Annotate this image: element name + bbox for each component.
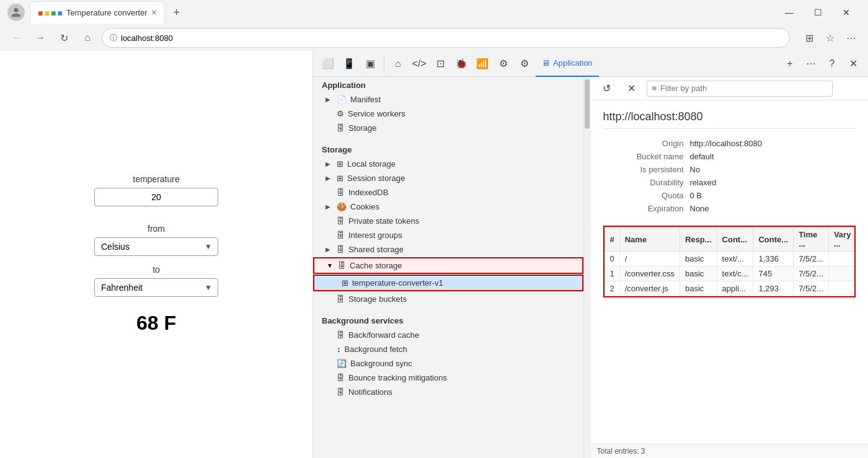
sidebar-item-interest-groups[interactable]: 🗄 Interest groups (313, 228, 583, 242)
sidebar-item-background-fetch[interactable]: ↕ Background fetch (313, 342, 583, 356)
more-panels-button[interactable]: ⋯ (801, 54, 821, 74)
sidebar-item-service-workers[interactable]: ⚙ Service workers (313, 107, 583, 121)
row-name: /converter.js (619, 281, 680, 296)
home-panel-icon[interactable]: ⌂ (388, 54, 408, 74)
sidebar-item-bounce-tracking[interactable]: 🗄 Bounce tracking mitigations (313, 371, 583, 385)
sidebar-scrollbar[interactable] (583, 77, 591, 458)
bucket-name-value: default (690, 152, 856, 161)
col-name[interactable]: Name (619, 227, 680, 252)
filter-input[interactable] (660, 84, 826, 93)
row-name: /converter.css (619, 266, 680, 281)
help-button[interactable]: ? (822, 54, 842, 74)
delete-cache-button[interactable]: ✕ (622, 79, 642, 99)
refresh-cache-button[interactable]: ↺ (597, 79, 617, 99)
from-select[interactable]: Celsius (94, 237, 218, 256)
properties-grid: Origin http://localhost:8080 Bucket name… (603, 139, 856, 213)
table-row[interactable]: 2 /converter.js basic appli... 1,293 7/5… (604, 281, 856, 296)
storage-main-icon: 🗄 (337, 123, 345, 133)
close-devtools-button[interactable]: ✕ (843, 54, 863, 74)
application-section-label: Application (313, 77, 583, 92)
private-state-tokens-icon: 🗄 (337, 216, 345, 226)
origin-label: Origin (603, 139, 684, 148)
sidebar-item-cache-v1[interactable]: ⊞ temperature-converter-v1 (313, 275, 583, 291)
filter-icon: ≡ (652, 84, 657, 93)
home-button[interactable]: ⌂ (78, 29, 97, 47)
row-num: 1 (604, 266, 619, 281)
sidebar-item-back-forward-cache[interactable]: 🗄 Back/forward cache (313, 328, 583, 342)
col-cont[interactable]: Cont... (717, 227, 753, 252)
col-conte[interactable]: Conte... (753, 227, 794, 252)
sidebar-item-cache-storage[interactable]: ▼ 🗄 Cache storage (313, 257, 583, 274)
sidebar-item-storage-buckets[interactable]: 🗄 Storage buckets (313, 292, 583, 306)
background-sync-icon: 🔄 (337, 359, 347, 368)
table-row[interactable]: 1 /converter.css basic text/c... 745 7/5… (604, 266, 856, 281)
main-panel: ↺ ✕ ≡ http://localhost:8080 Origin http:… (591, 77, 869, 458)
row-time: 7/5/2... (794, 281, 829, 296)
row-vary (828, 281, 856, 296)
url-bar[interactable]: ⓘ localhost:8080 (102, 28, 790, 48)
interest-groups-icon: 🗄 (337, 231, 345, 240)
sidebar-item-storage-main[interactable]: 🗄 Storage (313, 121, 583, 135)
row-conte: 1,293 (753, 281, 794, 296)
favorites-button[interactable]: ☆ (821, 29, 839, 47)
network-icon[interactable]: 📶 (472, 54, 492, 74)
maximize-button[interactable]: ☐ (804, 2, 832, 22)
row-num: 0 (604, 252, 619, 266)
sidebar-scroll-thumb[interactable] (585, 79, 590, 129)
forward-button[interactable]: → (31, 29, 50, 47)
cookies-icon: 🍪 (337, 202, 347, 211)
browser-tab[interactable]: ■■■■ Temperature converter ✕ (30, 1, 165, 24)
cache-table-container: # Name Resp... Cont... Conte... Time ...… (603, 226, 856, 297)
col-num[interactable]: # (604, 227, 619, 252)
tab-search-button[interactable]: ⊞ (800, 29, 818, 47)
indexeddb-icon: 🗄 (337, 188, 345, 197)
col-time[interactable]: Time ... (794, 227, 829, 252)
manifest-icon: 📄 (337, 95, 347, 104)
sidebar-item-background-sync[interactable]: 🔄 Background sync (313, 356, 583, 371)
cache-table: # Name Resp... Cont... Conte... Time ...… (604, 227, 856, 296)
status-bar: Total entries: 3 (591, 444, 869, 458)
minimize-button[interactable]: — (775, 2, 804, 22)
gear-icon[interactable]: ⚙ (515, 54, 534, 74)
sidebar-item-manifest[interactable]: ▶ 📄 Manifest (313, 92, 583, 107)
row-vary (828, 266, 856, 281)
new-tab-button[interactable]: + (167, 3, 186, 22)
sidebar-item-indexeddb[interactable]: 🗄 IndexedDB (313, 185, 583, 200)
sidebar-item-session-storage[interactable]: ▶ ⊞ Session storage (313, 171, 583, 185)
application-panel-icon: 🖥 (542, 58, 550, 68)
storage-buckets-icon: 🗄 (337, 294, 345, 304)
table-row[interactable]: 0 / basic text/... 1,336 7/5/2... (604, 252, 856, 266)
row-resp: basic (680, 281, 717, 296)
back-button[interactable]: ← (7, 29, 26, 47)
panel-layout-icon[interactable]: ▣ (360, 54, 380, 74)
performance-icon[interactable]: ⚙ (494, 54, 513, 74)
close-window-button[interactable]: ✕ (832, 2, 861, 22)
add-panel-button[interactable]: + (780, 54, 800, 74)
filter-input-wrap[interactable]: ≡ (647, 81, 833, 97)
to-select[interactable]: Fahrenheit (94, 278, 218, 297)
col-resp[interactable]: Resp... (680, 227, 717, 252)
cache-v1-icon: ⊞ (342, 278, 348, 288)
close-tab-icon[interactable]: ✕ (151, 9, 157, 17)
row-conte: 745 (753, 266, 794, 281)
sidebar-item-cookies[interactable]: ▶ 🍪 Cookies (313, 200, 583, 214)
expand-cookies-icon: ▶ (326, 203, 333, 210)
sidebar-item-local-storage[interactable]: ▶ ⊞ Local storage (313, 157, 583, 171)
sidebar-item-notifications[interactable]: 🗄 Notifications (313, 385, 583, 399)
code-icon[interactable]: </> (409, 54, 429, 74)
debug-icon[interactable]: 🐞 (451, 54, 471, 74)
tab-application[interactable]: 🖥 Application (536, 51, 599, 77)
temperature-input[interactable] (94, 188, 218, 206)
expand-manifest-icon: ▶ (326, 96, 333, 103)
expand-local-storage-icon: ▶ (326, 161, 333, 167)
back-forward-cache-icon: 🗄 (337, 330, 345, 340)
sidebar-item-shared-storage[interactable]: ▶ 🗄 Shared storage (313, 242, 583, 257)
inspect-element-icon[interactable]: ⬜ (318, 54, 338, 74)
devtools-panel: ⬜ 📱 ▣ ⌂ </> ⊡ 🐞 📶 ⚙ ⚙ 🖥 Application + ⋯ … (313, 51, 868, 458)
sidebar-item-private-state-tokens[interactable]: 🗄 Private state tokens (313, 214, 583, 228)
refresh-button[interactable]: ↻ (55, 29, 73, 47)
more-button[interactable]: ⋯ (842, 29, 861, 47)
sources-icon[interactable]: ⊡ (430, 54, 450, 74)
col-vary[interactable]: Vary ... (828, 227, 856, 252)
device-emulation-icon[interactable]: 📱 (339, 54, 359, 74)
